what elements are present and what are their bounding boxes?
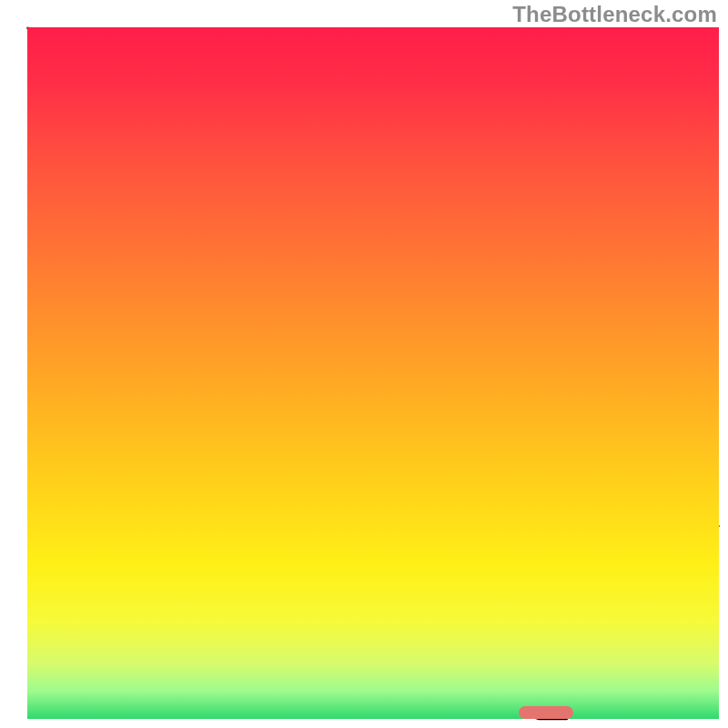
chart-canvas: TheBottleneck.com <box>0 0 728 728</box>
chart-gradient-background <box>27 27 719 719</box>
watermark-text: TheBottleneck.com <box>512 2 717 27</box>
optimum-marker <box>519 706 574 719</box>
